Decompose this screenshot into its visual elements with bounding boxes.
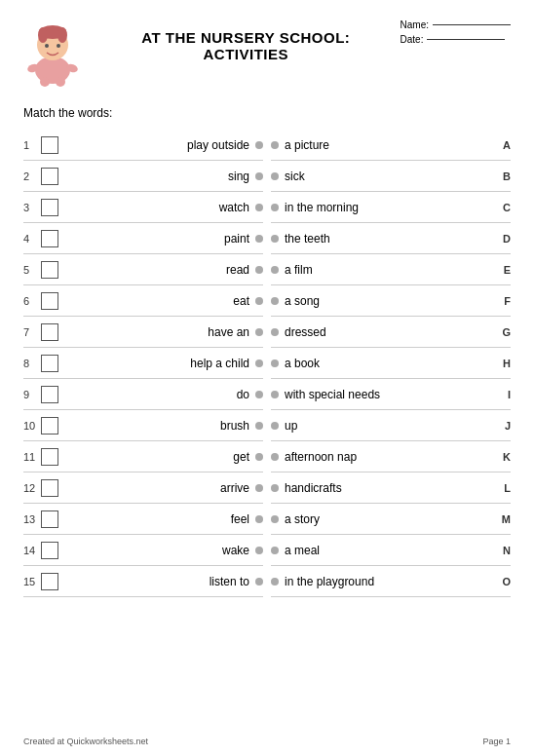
row-number: 6 — [23, 295, 41, 307]
row-number: 1 — [23, 139, 41, 151]
row-number: 3 — [23, 202, 41, 213]
word-label: read — [64, 263, 255, 277]
date-label: Date: — [400, 34, 424, 45]
answer-checkbox[interactable] — [41, 448, 58, 466]
connector-dot — [255, 204, 263, 211]
connector-dot — [255, 547, 263, 554]
answer-checkbox[interactable] — [41, 355, 58, 372]
connector-dot — [255, 515, 263, 523]
left-row: 13feel — [23, 504, 263, 535]
answer-checkbox[interactable] — [41, 323, 58, 341]
right-row: dressedG — [271, 317, 511, 348]
answer-checkbox[interactable] — [41, 417, 58, 435]
answer-phrase: a meal — [285, 544, 497, 557]
svg-point-6 — [57, 27, 67, 43]
answer-checkbox[interactable] — [41, 386, 58, 403]
connector-dot — [271, 359, 279, 367]
row-number: 7 — [23, 326, 41, 338]
word-label: do — [64, 388, 255, 401]
row-number: 11 — [23, 451, 41, 463]
answer-checkbox[interactable] — [41, 230, 58, 247]
left-row: 14wake — [23, 535, 263, 566]
answer-letter: L — [497, 482, 511, 494]
answer-checkbox[interactable] — [41, 542, 58, 559]
answer-letter: B — [497, 170, 511, 182]
word-label: wake — [64, 544, 255, 557]
left-row: 11get — [23, 441, 263, 472]
connector-dot — [271, 297, 279, 305]
right-row: with special needsI — [271, 379, 511, 410]
svg-point-8 — [57, 44, 60, 48]
row-number: 2 — [23, 170, 41, 182]
answer-phrase: up — [285, 419, 497, 433]
answer-checkbox[interactable] — [41, 510, 58, 528]
right-row: upJ — [271, 410, 511, 441]
row-number: 12 — [23, 482, 41, 494]
answer-phrase: the teeth — [285, 232, 497, 246]
row-number: 9 — [23, 389, 41, 400]
right-column: a pictureAsickBin the morningCthe teethD… — [271, 130, 511, 597]
answer-letter: C — [497, 202, 511, 213]
connector-dot — [255, 453, 263, 461]
left-row: 8help a child — [23, 348, 263, 379]
right-row: a songF — [271, 285, 511, 317]
word-label: sing — [64, 170, 255, 183]
answer-letter: M — [497, 513, 511, 525]
answer-phrase: a film — [285, 263, 497, 277]
right-row: in the morningC — [271, 192, 511, 223]
svg-point-10 — [56, 77, 65, 87]
left-row: 15listen to — [23, 566, 263, 597]
name-label: Name: — [400, 19, 429, 30]
connector-dot — [255, 266, 263, 274]
left-row: 12arrive — [23, 472, 263, 504]
word-label: get — [64, 450, 255, 464]
svg-point-0 — [35, 57, 70, 84]
answer-letter: J — [497, 420, 511, 432]
answer-checkbox[interactable] — [41, 292, 58, 310]
connector-dot — [255, 328, 263, 336]
left-row: 5read — [23, 254, 263, 285]
word-label: arrive — [64, 481, 255, 495]
connector-dot — [255, 172, 263, 180]
connector-dot — [255, 484, 263, 492]
answer-checkbox[interactable] — [41, 261, 58, 279]
answer-letter: A — [497, 139, 511, 151]
word-label: watch — [64, 201, 255, 214]
connector-dot — [271, 578, 279, 586]
connector-dot — [255, 578, 263, 586]
footer-left: Created at Quickworksheets.net — [23, 737, 148, 746]
left-row: 4paint — [23, 223, 263, 254]
right-row: a mealN — [271, 535, 511, 566]
connector-dot — [271, 141, 279, 149]
word-label: have an — [64, 325, 255, 339]
name-underline — [433, 24, 511, 25]
answer-phrase: a book — [285, 357, 497, 370]
right-row: in the playgroundO — [271, 566, 511, 597]
svg-point-9 — [40, 77, 50, 87]
word-label: help a child — [64, 357, 255, 370]
answer-checkbox[interactable] — [41, 136, 58, 154]
answer-phrase: in the playground — [285, 575, 497, 588]
connector-dot — [255, 359, 263, 367]
word-label: play outside — [64, 138, 255, 152]
svg-point-5 — [38, 27, 48, 43]
answer-checkbox[interactable] — [41, 199, 58, 216]
connector-dot — [271, 204, 279, 211]
connector-dot — [271, 391, 279, 398]
answer-letter: N — [497, 545, 511, 556]
left-row: 6eat — [23, 285, 263, 317]
answer-letter: K — [497, 451, 511, 463]
row-number: 15 — [23, 576, 41, 587]
answer-phrase: afternoon nap — [285, 450, 497, 464]
answer-letter: I — [497, 389, 511, 400]
connector-dot — [271, 266, 279, 274]
answer-checkbox[interactable] — [41, 573, 58, 590]
right-row: afternoon napK — [271, 441, 511, 472]
answer-checkbox[interactable] — [41, 168, 58, 185]
name-date: Name: Date: — [400, 19, 511, 49]
answer-letter: H — [497, 358, 511, 369]
answer-letter: G — [497, 326, 511, 338]
left-row: 10brush — [23, 410, 263, 441]
answer-checkbox[interactable] — [41, 479, 58, 497]
row-number: 4 — [23, 233, 41, 245]
